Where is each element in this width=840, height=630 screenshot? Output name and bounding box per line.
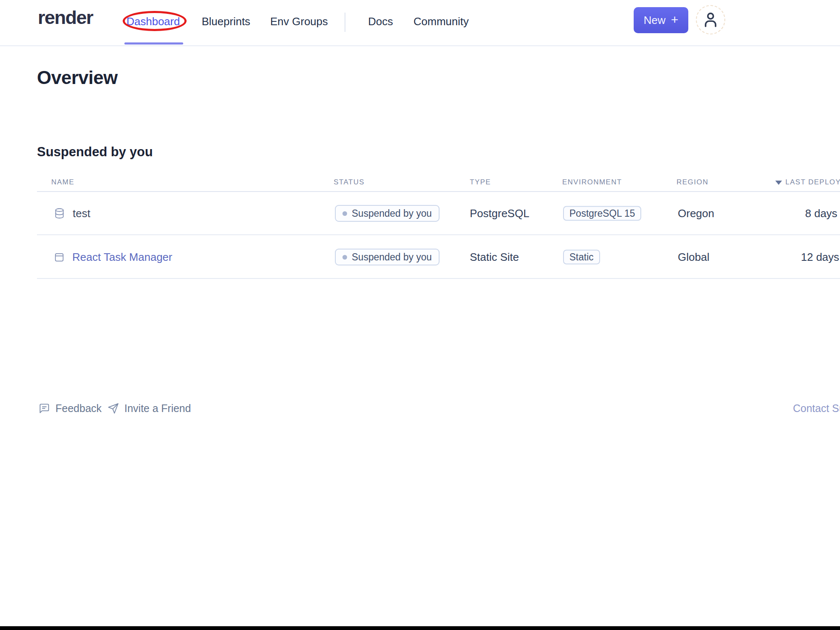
user-menu-button[interactable] <box>696 5 725 34</box>
invite-a-friend-link[interactable]: Invite a Friend <box>108 396 191 420</box>
sort-descending-icon[interactable] <box>775 181 782 185</box>
nav-item-blueprints[interactable]: Blueprints <box>202 15 250 28</box>
table-header-row: NAME STATUS TYPE ENVIRONMENT REGION LAST… <box>0 176 840 192</box>
feedback-link[interactable]: Feedback <box>39 396 102 420</box>
nav-divider <box>345 13 345 32</box>
nav-item-docs[interactable]: Docs <box>368 15 393 28</box>
top-nav: render Dashboard Blueprints Env Groups D… <box>0 0 840 46</box>
environment-badge: PostgreSQL 15 <box>563 206 641 221</box>
nav-item-dashboard[interactable]: Dashboard <box>126 15 180 28</box>
bottom-screen-edge-bar <box>0 626 840 630</box>
new-button[interactable]: New + <box>634 7 688 33</box>
service-name-cell[interactable]: test <box>54 207 90 220</box>
status-dot-icon <box>342 211 347 216</box>
nav-item-community[interactable]: Community <box>413 15 469 28</box>
row-divider <box>37 278 840 279</box>
feedback-label: Feedback <box>55 402 102 415</box>
column-header-last-deployed[interactable]: LAST DEPLOYED <box>785 178 840 186</box>
new-button-label: New <box>644 14 666 27</box>
service-name-cell[interactable]: React Task Manager <box>54 251 172 264</box>
plus-icon: + <box>671 13 679 26</box>
environment-badge: Static <box>563 250 600 265</box>
page-title: Overview <box>37 67 118 88</box>
type-cell: Static Site <box>470 251 519 264</box>
column-header-environment[interactable]: ENVIRONMENT <box>562 178 622 186</box>
region-cell: Oregon <box>678 207 714 220</box>
region-cell: Global <box>678 251 709 264</box>
page-footer: Feedback Invite a Friend Contact Support <box>0 396 840 420</box>
service-name-link[interactable]: React Task Manager <box>72 251 172 264</box>
contact-support-link[interactable]: Contact Support <box>793 396 840 420</box>
last-deploy-cell: 12 days ago <box>801 251 840 264</box>
static-site-icon <box>54 252 65 262</box>
feedback-bubble-icon <box>39 403 50 414</box>
table-row[interactable]: test Suspended by you PostgreSQL Postgre… <box>0 192 840 235</box>
status-badge: Suspended by you <box>335 205 440 222</box>
invite-label: Invite a Friend <box>124 402 191 415</box>
column-header-type[interactable]: TYPE <box>470 178 491 186</box>
contact-support-label: Contact Support <box>793 402 840 415</box>
service-name-link[interactable]: test <box>73 207 90 220</box>
nav-item-env-groups[interactable]: Env Groups <box>270 15 328 28</box>
status-badge: Suspended by you <box>335 249 440 265</box>
column-header-status[interactable]: STATUS <box>334 178 365 186</box>
status-label: Suspended by you <box>352 208 432 219</box>
render-logo[interactable]: render <box>38 7 93 29</box>
type-cell: PostgreSQL <box>470 207 529 220</box>
table-row[interactable]: React Task Manager Suspended by you Stat… <box>0 235 840 279</box>
status-dot-icon <box>342 255 347 260</box>
user-icon <box>701 10 720 29</box>
database-icon <box>54 207 65 220</box>
column-header-region[interactable]: REGION <box>677 178 708 186</box>
status-label: Suspended by you <box>352 252 432 263</box>
active-tab-underline <box>124 42 183 45</box>
column-header-name[interactable]: NAME <box>51 178 74 186</box>
section-title: Suspended by you <box>37 144 153 160</box>
last-deploy-cell: 8 days ago <box>805 207 840 220</box>
paper-plane-icon <box>108 403 119 414</box>
